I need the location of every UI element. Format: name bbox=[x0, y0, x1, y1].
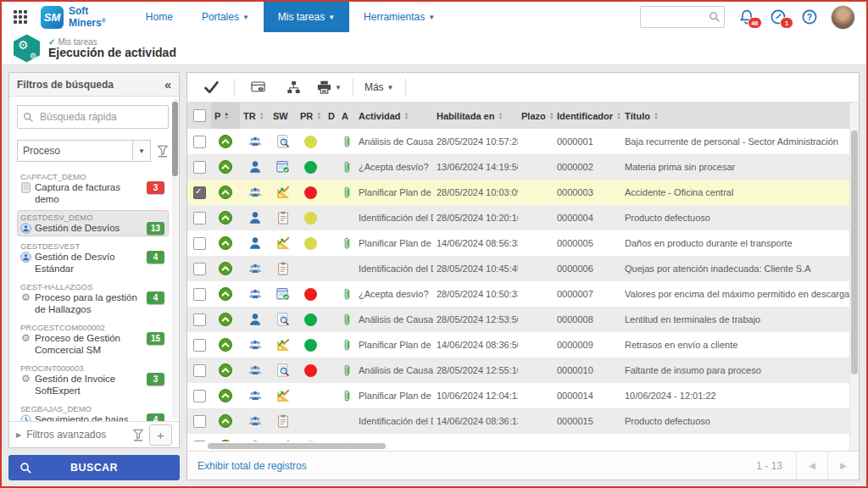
plan-icon bbox=[276, 338, 290, 352]
task-row[interactable]: Identificación del Desvío14/06/2024 08:3… bbox=[187, 408, 849, 434]
quick-search-input[interactable] bbox=[38, 110, 168, 124]
row-checkbox[interactable] bbox=[193, 390, 206, 402]
clear-filter-icon[interactable] bbox=[132, 429, 144, 441]
print-button[interactable]: ▼ bbox=[312, 76, 347, 98]
task-row[interactable]: Planificar Plan de Acción14/06/2024 09:3… bbox=[187, 434, 849, 441]
column-header-tr[interactable]: TR▲▼ bbox=[240, 103, 270, 129]
app-grid-icon[interactable] bbox=[14, 10, 27, 24]
task-row[interactable]: Planificar Plan de Acción14/06/2024 08:3… bbox=[187, 332, 849, 358]
cell-priority bbox=[211, 256, 240, 281]
row-checkbox[interactable] bbox=[193, 263, 206, 275]
row-checkbox[interactable] bbox=[193, 161, 206, 174]
process-filter-item[interactable]: CAPFACT_DEMOCaptura de facturas demo3 bbox=[17, 169, 169, 208]
deadline-status-dot bbox=[304, 136, 317, 148]
cell-deadline-status bbox=[297, 383, 325, 408]
menu-item-home[interactable]: Home bbox=[131, 2, 187, 32]
cell-actividad: ¿Acepta desvío? bbox=[355, 154, 433, 180]
task-row[interactable]: ¿Acepta desvío?28/05/2024 10:50:33000000… bbox=[187, 281, 849, 307]
row-checkbox[interactable] bbox=[193, 313, 206, 326]
menu-item-mis-tareas[interactable]: Mis tareas▼ bbox=[264, 2, 349, 32]
cell-priority bbox=[211, 332, 240, 358]
next-page-button[interactable]: ▶ bbox=[827, 452, 859, 480]
cell-titulo: Quejas por atención inadecuada: Cliente … bbox=[621, 256, 849, 281]
cell-attachment bbox=[338, 358, 355, 383]
cell-identificador: 0000009 bbox=[554, 332, 621, 358]
task-row[interactable]: Análisis de Causa28/05/2024 12:53:500000… bbox=[187, 307, 849, 332]
column-header-identificador[interactable]: Identificador▲▼ bbox=[554, 103, 621, 129]
search-button[interactable]: BUSCAR bbox=[8, 455, 180, 480]
help-button[interactable]: ? bbox=[800, 8, 819, 26]
task-row[interactable]: Identificación del Desvío28/05/2024 10:4… bbox=[187, 256, 849, 281]
select-all-checkbox[interactable] bbox=[193, 109, 206, 122]
column-header-p[interactable]: P▲▼ bbox=[211, 103, 240, 129]
clear-filter-icon[interactable] bbox=[157, 145, 169, 158]
task-row[interactable]: Análisis de Causa28/05/2024 12:55:100000… bbox=[187, 358, 849, 383]
advanced-filters-row[interactable]: ▶ Filtros avanzados + bbox=[9, 421, 179, 447]
cell-responsible bbox=[240, 383, 270, 408]
row-checkbox[interactable] bbox=[193, 364, 206, 377]
column-header-pr[interactable]: PR▲▼ bbox=[297, 103, 325, 129]
row-checkbox[interactable] bbox=[193, 237, 206, 250]
menu-item-portales[interactable]: Portales▼ bbox=[187, 2, 264, 32]
pending-tasks-button[interactable]: 1 bbox=[769, 8, 787, 26]
row-checkbox[interactable] bbox=[193, 339, 206, 352]
process-filter-item[interactable]: PRCGESTCOM000002⚙Proceso de Gestión Comc… bbox=[17, 320, 169, 358]
clipboard-icon bbox=[276, 414, 290, 428]
row-checkbox[interactable] bbox=[193, 441, 206, 442]
flowchart-button[interactable] bbox=[276, 76, 310, 98]
sidebar-scrollbar[interactable] bbox=[172, 98, 178, 419]
cell-deadline-status bbox=[297, 281, 325, 307]
row-checkbox[interactable] bbox=[193, 212, 206, 225]
column-header-select[interactable] bbox=[187, 103, 211, 129]
priority-up-icon bbox=[219, 135, 232, 148]
row-checkbox[interactable] bbox=[193, 186, 206, 199]
cell-titulo: Daños en producto durante el transporte bbox=[621, 434, 849, 441]
menu-item-herramientas[interactable]: Herramientas▼ bbox=[349, 2, 449, 32]
more-actions-button[interactable]: Más▼ bbox=[359, 76, 399, 98]
cell-titulo: Producto defectuoso bbox=[621, 408, 849, 434]
collapse-panel-icon[interactable]: « bbox=[164, 78, 171, 92]
deadline-status-dot bbox=[304, 339, 317, 352]
row-checkbox[interactable] bbox=[193, 288, 206, 301]
execute-activity-button[interactable] bbox=[194, 76, 228, 98]
task-row[interactable]: ¿Acepta desvío?13/06/2024 14:19:56000000… bbox=[187, 154, 849, 180]
task-row[interactable]: Planificar Plan de Acción14/06/2024 08:5… bbox=[187, 230, 849, 256]
process-filter-item[interactable]: GEST-HALLAZGOS⚙Proceso para la gestión d… bbox=[17, 280, 169, 318]
prev-page-button[interactable]: ◀ bbox=[796, 452, 827, 480]
notifications-button[interactable]: 46 bbox=[737, 8, 756, 26]
column-header-a: A bbox=[338, 103, 355, 129]
cell-identificador: 0000004 bbox=[554, 205, 621, 230]
cell-titulo: Baja recurrente de personal - Sector Adm… bbox=[621, 129, 849, 154]
column-header-plazo[interactable]: Plazo▲▼ bbox=[518, 103, 554, 129]
process-filter-item[interactable]: PROCINT000003⚙Gestión de Invoice SoftExp… bbox=[17, 361, 169, 399]
task-row[interactable]: Análisis de Causa28/05/2024 10:57:280000… bbox=[187, 129, 849, 154]
task-row[interactable]: Planificar Plan de Acción10/06/2024 12:0… bbox=[187, 383, 849, 408]
paperclip-icon bbox=[343, 160, 351, 175]
record-view-button[interactable] bbox=[241, 76, 275, 98]
user-group-icon bbox=[248, 135, 262, 148]
brand-logo[interactable]: SM Soft Miners® bbox=[41, 6, 106, 29]
cell-actividad: Planificar Plan de Acción bbox=[355, 383, 433, 408]
column-header-titulo[interactable]: Título▲▼ bbox=[621, 103, 849, 129]
horizontal-scrollbar[interactable] bbox=[192, 442, 844, 450]
row-checkbox[interactable] bbox=[193, 415, 206, 428]
cell-habilitada-en: 10/06/2024 12:04:12 bbox=[433, 383, 518, 408]
process-filter-item[interactable]: SEGBAJAS_DEMOSeguimiento de bajas labora… bbox=[17, 402, 169, 421]
task-row[interactable]: Planificar Plan de Acción28/05/2024 10:0… bbox=[187, 180, 849, 205]
column-header-habilitada[interactable]: Habilitada en▲▼ bbox=[433, 103, 518, 129]
process-filter-item[interactable]: GESTDESV_DEMOGestión de Desvíos13 bbox=[17, 210, 169, 236]
cell-attachment bbox=[338, 332, 355, 358]
process-filter-item[interactable]: GESTDESVESTGestión de Desvío Estándar4 bbox=[17, 239, 169, 277]
cell-priority bbox=[211, 180, 240, 205]
show-total-link[interactable]: Exhibir total de registros bbox=[198, 460, 307, 472]
vertical-scrollbar[interactable] bbox=[849, 103, 859, 451]
user-avatar[interactable] bbox=[832, 6, 854, 29]
add-filter-button[interactable]: + bbox=[149, 424, 172, 446]
row-checkbox[interactable] bbox=[193, 136, 206, 148]
column-header-actividad[interactable]: Actividad▲▼ bbox=[355, 103, 433, 129]
sort-icon: ▲▼ bbox=[259, 112, 264, 119]
global-search-input[interactable] bbox=[646, 8, 707, 26]
process-type-select[interactable]: Proceso ▼ bbox=[17, 140, 151, 162]
cell-select bbox=[187, 383, 211, 408]
task-row[interactable]: Identificación del Desvío28/05/2024 10:2… bbox=[187, 205, 849, 230]
